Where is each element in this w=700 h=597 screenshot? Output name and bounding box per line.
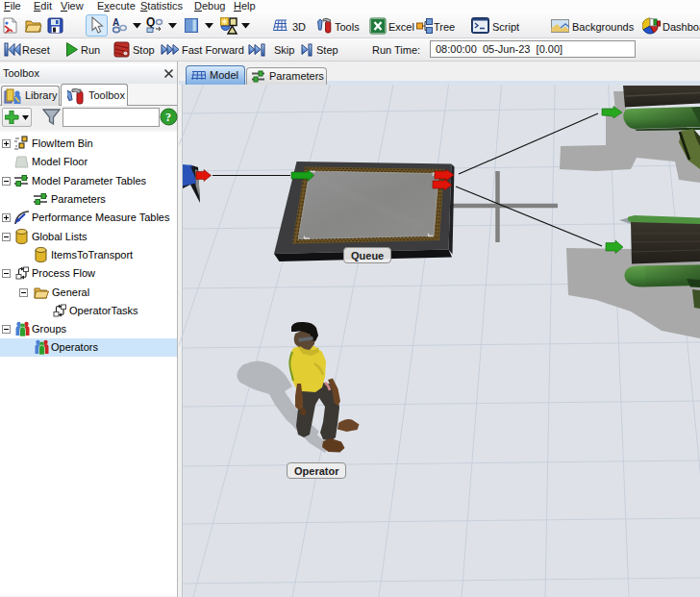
svg-text:?: ? bbox=[165, 111, 171, 124]
svg-text:Q: Q bbox=[146, 16, 155, 29]
svg-text:A: A bbox=[112, 17, 119, 28]
